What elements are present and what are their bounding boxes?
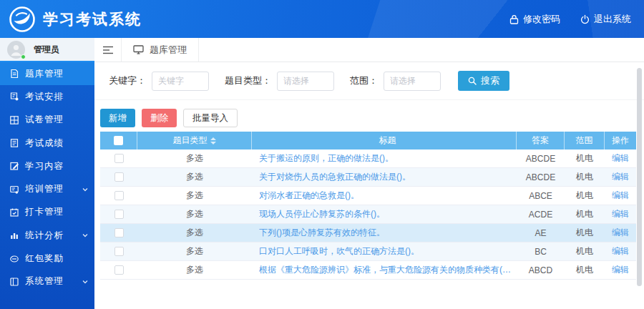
sidebar-item-system-management[interactable]: 系统管理	[0, 270, 94, 293]
search-button[interactable]: 搜索	[458, 71, 509, 91]
sort-arrows-icon[interactable]	[210, 137, 216, 144]
select-all-checkbox[interactable]	[114, 136, 123, 145]
header-answer: 答案	[517, 132, 565, 149]
row-checkbox[interactable]	[114, 247, 124, 256]
user-name: 管理员	[34, 44, 59, 56]
sidebar: 管理员 题库管理 考试安排 试卷管理	[0, 38, 94, 309]
sidebar-item-paper-management[interactable]: 试卷管理	[0, 109, 94, 132]
cell-answer: ABCD	[517, 265, 565, 275]
sidebar-item-red-packet-rewards[interactable]: 红包奖励	[0, 247, 94, 270]
cell-scope: 机电	[565, 208, 605, 220]
logout-button[interactable]: 退出系统	[580, 13, 631, 26]
sidebar-item-label: 红包奖励	[25, 252, 89, 265]
sidebar-item-training-management[interactable]: 培训管理	[0, 177, 94, 200]
table-row: 多选 根据《重大危险源辨识》标准，与重大危险源有关的物质种类有()。 ABCD …	[100, 261, 636, 280]
scope-label: 范围：	[350, 74, 378, 87]
cell-answer: ABCDE	[517, 172, 565, 182]
edit-link[interactable]: 编辑	[612, 190, 629, 202]
edit-link[interactable]: 编辑	[612, 245, 629, 258]
cell-question-type: 多选	[137, 245, 252, 258]
header-scope-label: 范围	[576, 134, 593, 147]
tab-question-bank[interactable]: 题库管理	[122, 38, 199, 62]
row-checkbox[interactable]	[114, 172, 124, 182]
sidebar-item-label: 培训管理	[25, 183, 76, 195]
keyword-label: 关键字：	[109, 74, 146, 87]
batch-import-button[interactable]: 批量导入	[183, 109, 238, 127]
app-logo-icon	[9, 6, 36, 33]
sidebar-item-checkin-management[interactable]: 打卡管理	[0, 201, 94, 224]
sidebar-item-question-bank[interactable]: 题库管理	[0, 62, 94, 85]
search-button-label: 搜索	[481, 74, 499, 87]
top-header: 学习考试系统 修改密码 退出系统	[0, 0, 644, 38]
cell-question-type: 多选	[137, 264, 252, 276]
sidebar-item-exam-schedule[interactable]: 考试安排	[0, 85, 94, 108]
cell-answer: ABCDE	[517, 154, 565, 164]
table-row: 多选 口对口人工呼吸时，吹气的正确方法是()。 BC 机电 编辑	[100, 242, 636, 261]
sidebar-item-label: 学习内容	[25, 160, 89, 172]
sidebar-item-label: 试卷管理	[25, 114, 89, 126]
table-row: 多选 关于对烧伤人员的急救正确的做法是()。 ABCDE 机电 编辑	[100, 168, 636, 187]
vertical-scrollbar[interactable]	[637, 68, 642, 286]
question-title-link[interactable]: 根据《重大危险源辨识》标准，与重大危险源有关的物质种类有()。	[259, 264, 513, 276]
change-password-label: 修改密码	[523, 13, 560, 26]
sidebar-menu: 题库管理 考试安排 试卷管理 考试成绩	[0, 62, 94, 293]
top-actions: 修改密码 退出系统	[509, 13, 631, 26]
chevron-down-icon	[82, 186, 89, 193]
row-checkbox[interactable]	[114, 210, 124, 219]
tab-label: 题库管理	[150, 44, 187, 57]
sidebar-item-exam-scores[interactable]: 考试成绩	[0, 132, 94, 154]
header-operation-label: 操作	[612, 134, 629, 147]
cell-question-type: 多选	[137, 227, 252, 239]
keyword-input[interactable]	[152, 72, 209, 91]
row-checkbox[interactable]	[114, 191, 124, 200]
cell-question-type: 多选	[137, 152, 252, 165]
cell-answer: AE	[517, 228, 565, 238]
edit-link[interactable]: 编辑	[612, 264, 629, 276]
table-row: 多选 下列()项是心肺复苏有效的特征。 AE 机电 编辑	[100, 224, 636, 242]
chevron-down-icon	[82, 278, 89, 285]
brand: 学习考试系统	[9, 6, 142, 33]
table-row: 多选 对溺水者正确的急救是()。 ABCE 机电 编辑	[100, 187, 636, 205]
header-question-type[interactable]: 题目类型	[137, 132, 252, 149]
user-panel: 管理员	[0, 38, 94, 62]
sidebar-item-learning-content[interactable]: 学习内容	[0, 154, 94, 177]
cell-answer: ACDE	[517, 210, 565, 220]
question-title-link[interactable]: 关于搬运的原则，正确的做法是()。	[259, 152, 394, 165]
question-title-link[interactable]: 下列()项是心肺复苏有效的特征。	[259, 227, 385, 239]
row-checkbox[interactable]	[114, 154, 124, 163]
edit-link[interactable]: 编辑	[612, 171, 629, 183]
header-answer-label: 答案	[532, 134, 549, 147]
sidebar-item-statistics[interactable]: 统计分析	[0, 224, 94, 247]
monitor-icon	[133, 45, 144, 54]
cell-question-type: 多选	[137, 171, 252, 183]
sidebar-item-label: 考试安排	[25, 91, 89, 103]
question-title-link[interactable]: 对溺水者正确的急救是()。	[259, 190, 359, 202]
change-password-button[interactable]: 修改密码	[509, 13, 560, 26]
sidebar-collapse-button[interactable]	[94, 38, 122, 62]
question-title-link[interactable]: 现场人员停止心肺复苏的条件()。	[259, 208, 385, 220]
note-pencil-icon	[9, 161, 19, 171]
row-checkbox[interactable]	[114, 265, 124, 275]
edit-link[interactable]: 编辑	[612, 152, 629, 165]
add-button[interactable]: 新增	[100, 109, 135, 127]
question-table: 题目类型 标题 答案 范围 操作 多选 关于搬运的原则，	[100, 132, 636, 280]
table-row: 多选 现场人员停止心肺复苏的条件()。 ACDE 机电 编辑	[100, 205, 636, 224]
cell-scope: 机电	[565, 190, 605, 202]
edit-link[interactable]: 编辑	[612, 227, 629, 239]
app-window: 学习考试系统 修改密码 退出系统	[0, 0, 644, 309]
cell-scope: 机电	[565, 227, 605, 239]
file-text-icon	[9, 69, 19, 79]
edit-link[interactable]: 编辑	[612, 208, 629, 220]
delete-button[interactable]: 删除	[142, 109, 177, 127]
cell-scope: 机电	[565, 245, 605, 258]
file-pen-icon	[9, 92, 19, 102]
app-title: 学习考试系统	[43, 9, 142, 29]
question-type-select[interactable]	[277, 72, 334, 91]
cell-scope: 机电	[565, 264, 605, 276]
window-panel-icon	[9, 277, 19, 287]
header-title-label: 标题	[379, 134, 396, 147]
scope-select[interactable]	[384, 72, 441, 91]
question-title-link[interactable]: 口对口人工呼吸时，吹气的正确方法是()。	[259, 245, 419, 258]
row-checkbox[interactable]	[114, 228, 124, 237]
question-title-link[interactable]: 关于对烧伤人员的急救正确的做法是()。	[259, 171, 411, 183]
